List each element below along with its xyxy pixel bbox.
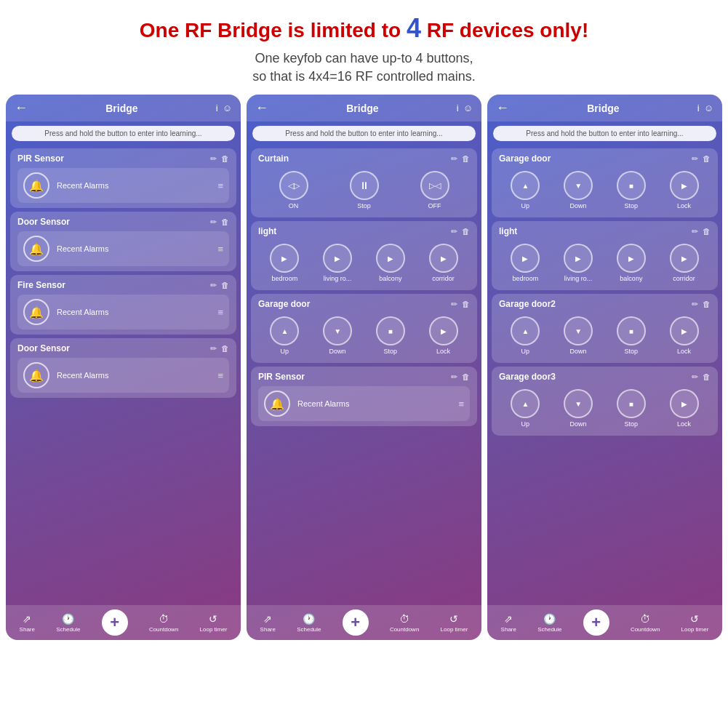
back-arrow-3-icon[interactable]: ← <box>496 100 509 116</box>
light-btn-living[interactable]: ▶ living ro... <box>323 244 352 282</box>
light3-btn-balcony[interactable]: ▶ balcony <box>617 244 646 282</box>
g2-lock-circle[interactable]: ▶ <box>670 316 699 345</box>
footer-schedule-2[interactable]: 🕐 Schedule <box>297 613 321 633</box>
edit-icon-fire[interactable]: ✏ <box>210 281 217 290</box>
balcony-circle[interactable]: ▶ <box>376 244 405 273</box>
footer-share[interactable]: ⇗ Share <box>20 613 35 633</box>
footer-countdown-3[interactable]: ⏱ Countdown <box>631 613 660 633</box>
edit-garage3-icon[interactable]: ✏ <box>692 372 698 382</box>
add-button[interactable]: + <box>102 609 128 636</box>
delete-icon[interactable]: 🗑 <box>221 154 229 164</box>
learning-bar-1[interactable]: Press and hold the button to enter into … <box>12 126 235 141</box>
edit-garage3-1-icon[interactable]: ✏ <box>692 154 698 164</box>
menu-icon[interactable]: ☺ <box>223 103 232 113</box>
g3-up-circle[interactable]: ▲ <box>511 171 540 200</box>
list-icon[interactable]: ≡ <box>217 180 223 191</box>
l3-balcony-circle[interactable]: ▶ <box>617 244 646 273</box>
g2-btn-up[interactable]: ▲ Up <box>511 316 540 355</box>
edit-icon-door1[interactable]: ✏ <box>210 217 217 227</box>
light3-btn-corridor[interactable]: ▶ corridor <box>670 244 699 282</box>
footer-share-2[interactable]: ⇗ Share <box>260 613 276 633</box>
light-btn-balcony[interactable]: ▶ balcony <box>376 244 405 282</box>
light-btn-bedroom[interactable]: ▶ bedroom <box>270 244 299 282</box>
g2-btn-lock[interactable]: ▶ Lock <box>670 316 699 355</box>
footer-loop-2[interactable]: ↺ Loop timer <box>441 613 468 633</box>
garage-btn-stop[interactable]: ■ Stop <box>376 316 405 355</box>
edit-garage-icon[interactable]: ✏ <box>451 300 457 309</box>
learning-bar-3[interactable]: Press and hold the button to enter into … <box>493 126 716 141</box>
footer-add-3[interactable]: + <box>583 609 609 636</box>
info-3-icon[interactable]: i <box>697 103 700 113</box>
curtain-btn-on[interactable]: ◁▷ ON <box>279 171 308 209</box>
curtain-btn-stop[interactable]: ⏸ Stop <box>350 171 379 209</box>
gd3-up-circle[interactable]: ▲ <box>511 389 540 418</box>
add-button-3[interactable]: + <box>583 609 609 636</box>
garage-btn-down[interactable]: ▼ Down <box>323 316 352 355</box>
curtain-off-circle[interactable]: ▷◁ <box>420 171 449 200</box>
lock-circle[interactable]: ▶ <box>429 316 458 345</box>
g3-btn-up[interactable]: ▲ Up <box>511 171 540 209</box>
edit-icon-door2[interactable]: ✏ <box>210 344 217 353</box>
list-icon-door1[interactable]: ≡ <box>217 244 223 255</box>
l3-bedroom-circle[interactable]: ▶ <box>511 244 540 273</box>
g2-btn-stop[interactable]: ■ Stop <box>617 316 646 355</box>
edit-light3-icon[interactable]: ✏ <box>692 227 698 236</box>
curtain-btn-off[interactable]: ▷◁ OFF <box>420 171 449 209</box>
bedroom-circle[interactable]: ▶ <box>270 244 299 273</box>
g3-btn-lock[interactable]: ▶ Lock <box>670 171 699 209</box>
down-circle[interactable]: ▼ <box>323 316 352 345</box>
g3-down-circle[interactable]: ▼ <box>564 171 593 200</box>
g2-stop-circle[interactable]: ■ <box>617 316 646 345</box>
edit-curtain-icon[interactable]: ✏ <box>451 154 457 164</box>
curtain-on-circle[interactable]: ◁▷ <box>279 171 308 200</box>
light3-btn-bedroom[interactable]: ▶ bedroom <box>511 244 540 282</box>
footer-schedule-3[interactable]: 🕐 Schedule <box>537 613 561 633</box>
delete-garage2-icon[interactable]: 🗑 <box>703 300 711 309</box>
footer-countdown-2[interactable]: ⏱ Countdown <box>390 613 419 633</box>
gd3-btn-stop[interactable]: ■ Stop <box>617 389 646 428</box>
footer-add[interactable]: + <box>102 609 128 636</box>
up-circle[interactable]: ▲ <box>270 316 299 345</box>
footer-loop-3[interactable]: ↺ Loop timer <box>681 613 709 633</box>
living-circle[interactable]: ▶ <box>323 244 352 273</box>
gd3-btn-up[interactable]: ▲ Up <box>511 389 540 428</box>
edit-light-icon[interactable]: ✏ <box>451 227 457 236</box>
gd3-lock-circle[interactable]: ▶ <box>670 389 699 418</box>
back-arrow-2-icon[interactable]: ← <box>255 100 268 116</box>
delete-icon-door1[interactable]: 🗑 <box>221 217 229 227</box>
gd3-btn-down[interactable]: ▼ Down <box>564 389 593 428</box>
g3-btn-stop[interactable]: ■ Stop <box>617 171 646 209</box>
learning-bar-2[interactable]: Press and hold the button to enter into … <box>252 126 476 141</box>
back-arrow-icon[interactable]: ← <box>15 100 28 116</box>
g3-lock-circle[interactable]: ▶ <box>670 171 699 200</box>
delete-light-icon[interactable]: 🗑 <box>462 227 470 236</box>
info-2-icon[interactable]: i <box>457 103 459 113</box>
edit-garage2-icon[interactable]: ✏ <box>692 300 698 309</box>
g2-btn-down[interactable]: ▼ Down <box>564 316 593 355</box>
g3-btn-down[interactable]: ▼ Down <box>564 171 593 209</box>
delete-curtain-icon[interactable]: 🗑 <box>462 154 470 164</box>
g3-stop-circle[interactable]: ■ <box>617 171 646 200</box>
delete-pir2-icon[interactable]: 🗑 <box>462 372 470 382</box>
garage-btn-lock[interactable]: ▶ Lock <box>429 316 458 355</box>
footer-schedule[interactable]: 🕐 Schedule <box>56 613 80 633</box>
menu-2-icon[interactable]: ☺ <box>463 103 473 113</box>
g2-down-circle[interactable]: ▼ <box>564 316 593 345</box>
add-button-2[interactable]: + <box>343 609 369 636</box>
info-icon[interactable]: i <box>216 103 218 113</box>
curtain-stop-circle[interactable]: ⏸ <box>350 171 379 200</box>
g2-up-circle[interactable]: ▲ <box>511 316 540 345</box>
menu-3-icon[interactable]: ☺ <box>704 103 713 113</box>
light-btn-corridor[interactable]: ▶ corridor <box>429 244 458 282</box>
footer-countdown[interactable]: ⏱ Countdown <box>149 613 178 633</box>
l3-corridor-circle[interactable]: ▶ <box>670 244 699 273</box>
edit-pir2-icon[interactable]: ✏ <box>451 372 457 382</box>
footer-share-3[interactable]: ⇗ Share <box>501 613 516 633</box>
garage-btn-up[interactable]: ▲ Up <box>270 316 299 355</box>
list-icon-door2[interactable]: ≡ <box>217 370 223 381</box>
l3-living-circle[interactable]: ▶ <box>564 244 593 273</box>
gd3-btn-lock[interactable]: ▶ Lock <box>670 389 699 428</box>
delete-garage-icon[interactable]: 🗑 <box>462 300 470 309</box>
delete-garage3-1-icon[interactable]: 🗑 <box>703 154 711 164</box>
stop-circle[interactable]: ■ <box>376 316 405 345</box>
